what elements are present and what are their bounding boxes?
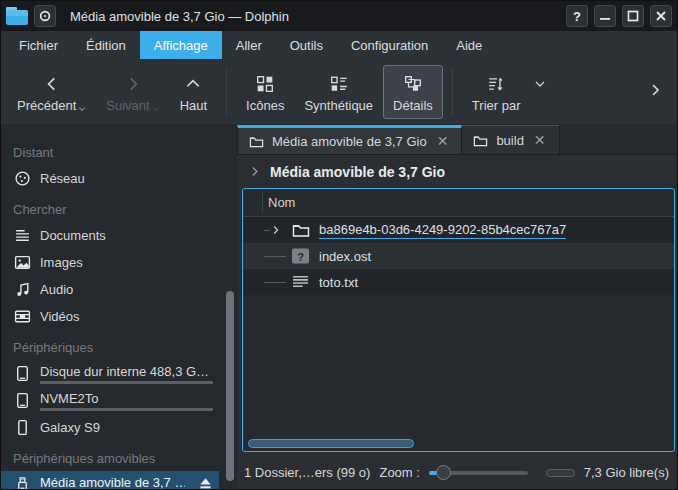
column-header-nom[interactable]: Nom <box>243 189 674 217</box>
network-icon <box>13 170 31 187</box>
titlebar[interactable]: Média amovible de 3,7 Gio — Dolphin ? <box>1 1 677 31</box>
file-row-index-ost[interactable]: ? index.ost <box>243 243 674 269</box>
toolbar: Précédent Suivant Haut Icônes Synthétiqu… <box>1 59 677 125</box>
chevron-left-icon <box>43 71 61 93</box>
menu-edition[interactable]: Édition <box>72 31 140 59</box>
sidebar-item-label: NVME2To <box>40 391 213 406</box>
harddisk-icon <box>13 392 31 409</box>
icons-view-button[interactable]: Icônes <box>236 65 294 119</box>
chevron-down-icon[interactable] <box>534 78 546 93</box>
toolbar-overflow-button[interactable] <box>647 82 663 101</box>
forward-label: Suivant <box>106 98 149 113</box>
main-area: Média amovible de 3,7 Gio ✕ build ✕ Médi… <box>237 125 677 489</box>
compact-view-button[interactable]: Synthétique <box>294 65 383 119</box>
menu-configuration[interactable]: Configuration <box>337 31 442 59</box>
expand-chevron-icon[interactable] <box>270 225 281 236</box>
menu-aller[interactable]: Aller <box>222 31 276 59</box>
tab-media-amovible[interactable]: Média amovible de 3,7 Gio ✕ <box>237 125 462 154</box>
section-header-chercher: Chercher <box>1 192 237 222</box>
chevron-down-icon <box>152 101 160 116</box>
breadcrumb[interactable]: Média amovible de 3,7 Gio <box>237 155 677 188</box>
file-row-toto-txt[interactable]: toto.txt <box>243 269 674 295</box>
zoom-label: Zoom : <box>379 465 419 480</box>
sidebar-item-reseau[interactable]: Réseau <box>1 165 219 192</box>
toolbar-separator <box>452 69 453 115</box>
breadcrumb-location[interactable]: Média amovible de 3,7 Gio <box>270 164 445 180</box>
sort-by-label: Trier par <box>472 98 521 113</box>
folder-icon <box>292 222 310 238</box>
zoom-slider-handle[interactable] <box>436 465 451 480</box>
icons-view-icon <box>256 71 274 93</box>
sort-icon <box>487 71 505 93</box>
tab-build[interactable]: build ✕ <box>462 125 559 154</box>
window-title: Média amovible de 3,7 Gio — Dolphin <box>70 9 560 24</box>
sidebar-item-media-amovible[interactable]: Média amovible de 3,7 … <box>1 471 219 489</box>
tab-close-icon[interactable]: ✕ <box>532 132 548 148</box>
sidebar-item-label: Disque dur interne 488,3 G… <box>40 364 213 379</box>
dolphin-app-icon <box>6 7 28 25</box>
sidebar-item-images[interactable]: Images <box>1 249 219 276</box>
minimize-button[interactable] <box>594 5 616 27</box>
details-view-icon <box>404 71 422 93</box>
sort-by-button[interactable]: Trier par <box>462 65 531 119</box>
video-icon <box>13 308 31 325</box>
sidebar-item-disque-dur-interne[interactable]: Disque dur interne 488,3 G… <box>1 360 219 387</box>
sidebar-item-label: Audio <box>40 282 213 297</box>
smartphone-icon <box>13 419 31 436</box>
back-button[interactable]: Précédent <box>7 65 96 119</box>
text-file-icon <box>292 275 309 290</box>
help-button[interactable]: ? <box>566 5 588 27</box>
section-header-peripheriques: Périphériques <box>1 330 237 360</box>
menu-fichier[interactable]: Fichier <box>5 31 72 59</box>
up-button[interactable]: Haut <box>170 65 217 119</box>
horizontal-scrollbar[interactable] <box>248 439 414 448</box>
tab-label: build <box>496 133 523 148</box>
sidebar-item-nvme2to[interactable]: NVME2To <box>1 387 219 414</box>
menu-affichage[interactable]: Affichage <box>140 31 222 59</box>
chevron-up-icon <box>184 71 202 93</box>
sidebar-scrollbar[interactable] <box>226 291 234 481</box>
unknown-file-icon: ? <box>292 249 309 264</box>
sidebar-item-label: Réseau <box>40 171 213 186</box>
document-icon <box>13 227 31 244</box>
chevron-down-icon <box>78 101 86 116</box>
tab-label: Média amovible de 3,7 Gio <box>272 134 427 149</box>
tabbar: Média amovible de 3,7 Gio ✕ build ✕ <box>237 125 677 155</box>
file-view[interactable]: Nom ba869e4b-03d6-4249-9202-85b4cec767a7 <box>242 188 675 452</box>
compact-view-icon <box>330 71 348 93</box>
sidebar-item-videos[interactable]: Vidéos <box>1 303 219 330</box>
file-row-folder[interactable]: ba869e4b-03d6-4249-9202-85b4cec767a7 <box>243 217 674 243</box>
menu-aide[interactable]: Aide <box>442 31 496 59</box>
up-label: Haut <box>180 98 207 113</box>
icons-view-label: Icônes <box>246 98 284 113</box>
chevron-right-icon <box>647 82 663 101</box>
details-view-button[interactable]: Détails <box>383 65 443 119</box>
sidebar-item-galaxy-s9[interactable]: Galaxy S9 <box>1 414 219 441</box>
image-icon <box>13 254 31 271</box>
menubar: Fichier Édition Affichage Aller Outils C… <box>1 31 677 59</box>
chevron-right-icon <box>124 71 142 93</box>
zoom-slider[interactable] <box>429 465 528 481</box>
file-name[interactable]: index.ost <box>319 249 371 264</box>
column-header-label: Nom <box>268 195 295 210</box>
section-header-distant: Distant <box>1 135 237 165</box>
chevron-right-icon[interactable] <box>248 165 261 178</box>
menu-outils[interactable]: Outils <box>276 31 337 59</box>
window-menu-button[interactable] <box>34 5 56 27</box>
details-view-label: Détails <box>393 98 433 113</box>
close-button[interactable] <box>650 5 672 27</box>
tab-close-icon[interactable]: ✕ <box>435 133 451 149</box>
maximize-button[interactable] <box>622 5 644 27</box>
eject-button[interactable] <box>198 476 213 490</box>
folder-icon <box>249 134 264 149</box>
file-name[interactable]: ba869e4b-03d6-4249-9202-85b4cec767a7 <box>319 222 566 239</box>
forward-button[interactable]: Suivant <box>96 65 169 119</box>
file-name[interactable]: toto.txt <box>319 275 358 290</box>
help-icon: ? <box>573 9 581 24</box>
sidebar-item-audio[interactable]: Audio <box>1 276 219 303</box>
sidebar-item-documents[interactable]: Documents <box>1 222 219 249</box>
harddisk-icon <box>13 365 31 382</box>
items-summary: 1 Dossier,…ers (99 o) <box>244 465 370 480</box>
places-panel: Distant Réseau Chercher Documents Images <box>1 125 237 489</box>
sidebar-item-label: Documents <box>40 228 213 243</box>
